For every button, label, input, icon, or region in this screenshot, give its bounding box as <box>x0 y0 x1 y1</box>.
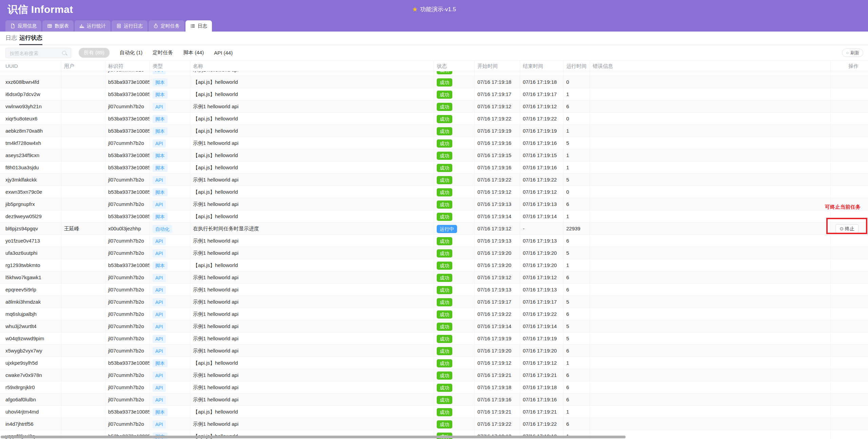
cell-name: 【api.js】helloworld <box>190 88 434 100</box>
cell-user <box>61 174 105 186</box>
cell-user <box>61 394 105 405</box>
subnav-item-log[interactable]: 日志 <box>5 32 17 45</box>
subnav-item-run-status[interactable]: 运行状态 <box>19 32 42 45</box>
cell-uuid: in4d7jhtrtf56 <box>0 418 61 430</box>
table-row-partial: jl07cummh7b2oAPI示例1 helloworld api成功 <box>0 71 868 76</box>
cell-uuid: l5khwo7kgawk1 <box>0 271 61 283</box>
cell-user: 王延峰 <box>61 223 105 234</box>
search-input[interactable] <box>9 48 61 58</box>
tab-app-info[interactable]: 应用信息 <box>5 20 41 32</box>
cell-status: 成功 <box>434 198 475 210</box>
status-badge: 成功 <box>437 164 452 172</box>
cell-action <box>831 259 868 271</box>
cell-end-time: 07/16 17:19:14 <box>520 320 564 332</box>
cell-start-time: 07/16 17:19:13 <box>475 235 520 247</box>
cell-error <box>590 137 831 149</box>
status-badge: 成功 <box>437 359 452 367</box>
cell-run-time: 5 <box>564 332 590 344</box>
cell-action <box>831 71 868 76</box>
cell-error <box>590 100 831 112</box>
refresh-button[interactable]: ○ 刷新 <box>842 49 863 57</box>
cell-uuid: yo1fzue0v4713 <box>0 235 61 247</box>
cell-start-time: 07/16 17:19:17 <box>475 296 520 308</box>
cell-status: 成功 <box>434 186 475 198</box>
cell-type: 自动化 <box>150 223 190 234</box>
cell-run-time: 6 <box>564 394 590 405</box>
status-badge: 成功 <box>437 213 452 221</box>
status-badge: 运行中 <box>437 225 457 233</box>
cell-name: 【api.js】helloworld <box>190 259 434 271</box>
cell-start-time: 07/16 17:19:21 <box>475 369 520 381</box>
cell-type: 脚本 <box>150 186 190 198</box>
tab-scheduled-tasks[interactable]: 定时任务 <box>149 20 184 32</box>
cell-type: API <box>150 71 190 76</box>
cell-end-time: 07/16 17:19:18 <box>520 76 564 88</box>
cell-uuid: dez9weyw05l29 <box>0 210 61 222</box>
cell-end-time: 07/16 17:19:12 <box>520 271 564 283</box>
cell-status: 成功 <box>434 284 475 295</box>
terminate-button[interactable]: ⊙终止 <box>835 224 859 233</box>
cell-error <box>590 296 831 308</box>
filter-bar: 所有 (89)自动化 (1)定时任务脚本 (44)API (44) ○ 刷新 <box>0 45 868 60</box>
filter-scheduled[interactable]: 定时任务 <box>153 50 173 56</box>
cell-error <box>590 113 831 125</box>
cell-uuid: a8lmki3hmdzak <box>0 296 61 308</box>
table-row: ujxkpe9sylh5db53ba9373e10085af脚本【api.js】… <box>0 357 868 369</box>
type-badge: 脚本 <box>153 188 167 196</box>
cell-action <box>831 394 868 405</box>
cell-name: 示例1 helloworld api <box>190 198 434 210</box>
type-badge: API <box>153 384 166 392</box>
stop-circle-icon: ⊙ <box>840 226 844 231</box>
cell-action <box>831 271 868 283</box>
file-icon <box>10 23 15 28</box>
tab-run-stats[interactable]: 运行统计 <box>75 20 111 32</box>
column-header: 用户 <box>61 61 105 71</box>
column-header: 名称 <box>190 61 434 71</box>
cell-type: API <box>150 100 190 112</box>
cell-identifier: jl07cummh7b2o <box>105 345 150 357</box>
cell-action <box>831 235 868 247</box>
status-badge: 成功 <box>437 298 452 306</box>
cell-type: API <box>150 332 190 344</box>
cell-uuid: mq6slujpalbjh <box>0 308 61 320</box>
type-badge: 自动化 <box>153 225 172 233</box>
horizontal-scrollbar-thumb[interactable] <box>1 436 626 438</box>
column-header: 运行时间 <box>564 61 590 71</box>
cell-end-time: 07/16 17:19:12 <box>520 357 564 369</box>
cell-end-time <box>520 71 564 76</box>
filter-automation[interactable]: 自动化 (1) <box>120 50 143 56</box>
cell-start-time: 07/16 17:19:22 <box>475 418 520 430</box>
version-badge: ★ 功能演示-v1.5 <box>412 5 456 13</box>
cell-type: API <box>150 271 190 283</box>
cell-start-time: 07/16 17:19:22 <box>475 174 520 186</box>
tab-data-table[interactable]: 数据表 <box>42 20 74 32</box>
cell-action <box>831 247 868 259</box>
cell-identifier: b53ba9373e10085af <box>105 125 150 137</box>
tab-run-log[interactable]: 运行日志 <box>112 20 147 32</box>
status-badge: 成功 <box>437 286 452 294</box>
status-badge: 成功 <box>437 115 452 123</box>
cell-type: API <box>150 235 190 247</box>
cell-identifier: jl07cummh7b2o <box>105 100 150 112</box>
type-badge: 脚本 <box>153 78 167 87</box>
cell-type: 脚本 <box>150 210 190 222</box>
table-row: dez9weyw05l29b53ba9373e10085af脚本【api.js】… <box>0 210 868 223</box>
cell-start-time: 07/16 17:19:12 <box>475 271 520 283</box>
filter-all[interactable]: 所有 (89) <box>79 48 110 58</box>
tab-log[interactable]: 日志 <box>185 20 212 32</box>
cell-error <box>590 369 831 381</box>
filter-api[interactable]: API (44) <box>214 50 233 56</box>
type-badge: 脚本 <box>153 91 167 99</box>
cell-end-time: 07/16 17:19:22 <box>520 308 564 320</box>
cell-identifier: jl07cummh7b2o <box>105 332 150 344</box>
status-badge: 成功 <box>437 78 452 87</box>
cell-type: API <box>150 247 190 259</box>
type-badge: API <box>153 237 166 245</box>
cell-name: 示例1 helloworld api <box>190 296 434 308</box>
cell-error <box>590 235 831 247</box>
cell-error <box>590 394 831 405</box>
status-badge: 成功 <box>437 188 452 196</box>
cell-user <box>61 71 105 76</box>
type-badge: 脚本 <box>153 115 167 123</box>
filter-script[interactable]: 脚本 (44) <box>183 50 204 56</box>
